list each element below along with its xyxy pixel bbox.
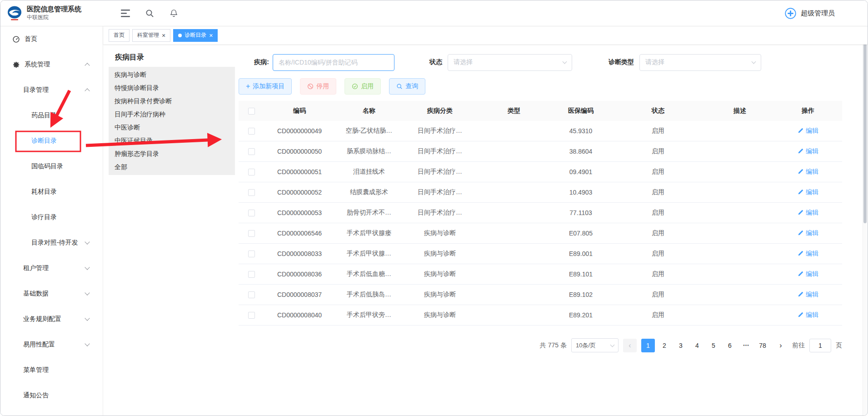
row-checkbox[interactable] (248, 271, 255, 278)
page-button-3[interactable]: 3 (674, 339, 688, 352)
sidebar-item-home[interactable]: 首页 (0, 26, 103, 52)
edit-button[interactable]: 编辑 (798, 291, 818, 299)
column-header-status: 状态 (610, 107, 706, 115)
edit-button[interactable]: 编辑 (798, 229, 818, 237)
sidebar-item-label: 目录管理 (23, 86, 49, 94)
page-button-6[interactable]: 6 (723, 339, 737, 352)
catalog-item-all[interactable]: 全部 (109, 160, 235, 174)
pagination: 共 775 条 10条/页 ‹ 123456•••78 › 前往 页 (239, 338, 842, 352)
catalog-item-tcm-diagnosis[interactable]: 中医诊断 (109, 121, 235, 134)
sidebar-item-treatment-catalog[interactable]: 诊疗目录 (0, 205, 103, 230)
edit-button[interactable]: 编辑 (798, 168, 818, 176)
catalog-item-payment-by-disease-diagnosis[interactable]: 按病种目录付费诊断 (109, 95, 235, 108)
disease-search-input[interactable] (273, 54, 394, 71)
diagnosis-type-select[interactable]: 请选择 (639, 54, 761, 71)
status-select[interactable]: 请选择 (448, 54, 572, 71)
sidebar-item-base-data[interactable]: 基础数据 (0, 281, 103, 306)
close-icon[interactable]: × (209, 32, 213, 39)
row-checkbox[interactable] (248, 189, 255, 196)
edit-button[interactable]: 编辑 (798, 127, 818, 135)
sidebar-item-diagnosis-catalog[interactable]: 诊断目录 (0, 128, 103, 154)
page-button-78[interactable]: 78 (756, 339, 769, 352)
page-button-4[interactable]: 4 (690, 339, 704, 352)
row-checkbox[interactable] (248, 312, 255, 319)
catalog-item-special-chronic-diagnosis[interactable]: 特慢病诊断目录 (109, 81, 235, 95)
sidebar-item-menu-management[interactable]: 菜单管理 (0, 357, 103, 383)
page-button-5[interactable]: 5 (707, 339, 720, 352)
user-menu[interactable]: 超级管理员 (784, 7, 868, 20)
scrollbar-thumb[interactable] (863, 28, 867, 223)
sidebar-item-tenant-management[interactable]: 租户管理 (0, 256, 103, 281)
scrollbar[interactable] (863, 26, 867, 416)
page-button-1[interactable]: 1 (641, 339, 655, 352)
sidebar-item-label: 诊断目录 (31, 137, 57, 145)
row-checkbox[interactable] (248, 251, 255, 257)
sidebar-item-national-code-catalog[interactable]: 国临码目录 (0, 154, 103, 179)
sidebar-item-catalog-mapping-todo[interactable]: 目录对照-待开发 (0, 230, 103, 256)
sidebar-collapse-button[interactable] (113, 0, 138, 26)
gear-icon (12, 61, 20, 69)
edit-button[interactable]: 编辑 (798, 188, 818, 196)
edit-button[interactable]: 编辑 (798, 270, 818, 278)
sidebar-item-catalog-management[interactable]: 目录管理 (0, 77, 103, 103)
catalog-item-day-surgery-disease[interactable]: 日间手术治疗病种 (109, 108, 235, 121)
page-size-select[interactable]: 10条/页 (571, 338, 619, 352)
catalog-item-tumor-morphology-catalog[interactable]: 肿瘤形态学目录 (109, 147, 235, 160)
tab-home[interactable]: 首页 (109, 29, 130, 42)
sidebar-item-business-rules-config[interactable]: 业务规则配置 (0, 306, 103, 332)
cell-category: 日间手术治疗… (403, 168, 477, 176)
edit-label: 编辑 (806, 127, 818, 135)
row-checkbox[interactable] (248, 148, 255, 155)
cell-actions: 编辑 (774, 127, 842, 135)
cell-status: 启用 (610, 250, 706, 258)
row-checkbox[interactable] (248, 210, 255, 216)
close-icon[interactable]: × (162, 32, 165, 39)
enable-button[interactable]: 启用 (344, 78, 381, 95)
select-all-checkbox[interactable] (248, 108, 255, 115)
header-search-button[interactable] (138, 0, 162, 26)
row-checkbox[interactable] (248, 230, 255, 237)
prev-page-button[interactable]: ‹ (623, 339, 637, 352)
edit-button[interactable]: 编辑 (798, 250, 818, 258)
sidebar: 首页系统管理目录管理药品目录诊断目录国临码目录耗材目录诊疗目录目录对照-待开发租… (0, 26, 103, 416)
row-checkbox-cell (239, 209, 264, 217)
goto-page-input[interactable] (809, 339, 831, 352)
column-header-name: 名称 (335, 107, 403, 115)
edit-button[interactable]: 编辑 (798, 311, 818, 319)
tab-department-management[interactable]: 科室管理× (132, 29, 170, 42)
table-row: CD0000008033手术后甲状腺…疾病与诊断E89.001启用编辑 (239, 244, 842, 264)
notifications-button[interactable] (162, 0, 186, 26)
next-page-button[interactable]: › (774, 339, 788, 352)
query-button[interactable]: 查询 (389, 78, 425, 95)
cell-category: 疾病与诊断 (403, 270, 477, 278)
sidebar-item-system-management[interactable]: 系统管理 (0, 52, 103, 77)
page-suffix-label: 页 (836, 341, 842, 350)
page-size-value: 10条/页 (576, 341, 596, 350)
row-checkbox[interactable] (248, 291, 255, 298)
dashboard-icon (12, 35, 20, 43)
catalog-item-tcm-syndrome-catalog[interactable]: 中医证候目录 (109, 134, 235, 147)
disable-button[interactable]: 停用 (300, 78, 336, 95)
edit-button[interactable]: 编辑 (798, 209, 818, 217)
search-icon (396, 83, 403, 90)
sidebar-item-notice[interactable]: 通知公告 (0, 383, 103, 408)
add-item-button[interactable]: + 添加新项目 (239, 78, 292, 95)
catalog-item-disease-and-diagnosis[interactable]: 疾病与诊断 (109, 68, 235, 81)
row-checkbox[interactable] (248, 169, 255, 175)
page-button-2[interactable]: 2 (658, 339, 671, 352)
pager-more-icon[interactable]: ••• (739, 339, 753, 352)
edit-button[interactable]: 编辑 (798, 147, 818, 155)
chevron-down-icon (85, 290, 90, 295)
cell-status: 启用 (610, 168, 706, 176)
edit-icon (798, 312, 803, 318)
sidebar-item-label: 国临码目录 (31, 162, 63, 170)
ban-icon (307, 83, 314, 90)
chevron-down-icon (563, 60, 567, 64)
tab-diagnosis-catalog[interactable]: 诊断目录× (173, 29, 218, 42)
sidebar-item-drug-catalog[interactable]: 药品目录 (0, 103, 103, 128)
sidebar-item-consumable-catalog[interactable]: 耗材目录 (0, 179, 103, 205)
workspace: 疾病: 状态 请选择 诊断类型 请选择 (239, 50, 842, 416)
add-item-label: 添加新项目 (253, 82, 284, 90)
sidebar-item-usability-config[interactable]: 易用性配置 (0, 332, 103, 357)
row-checkbox[interactable] (248, 128, 255, 135)
